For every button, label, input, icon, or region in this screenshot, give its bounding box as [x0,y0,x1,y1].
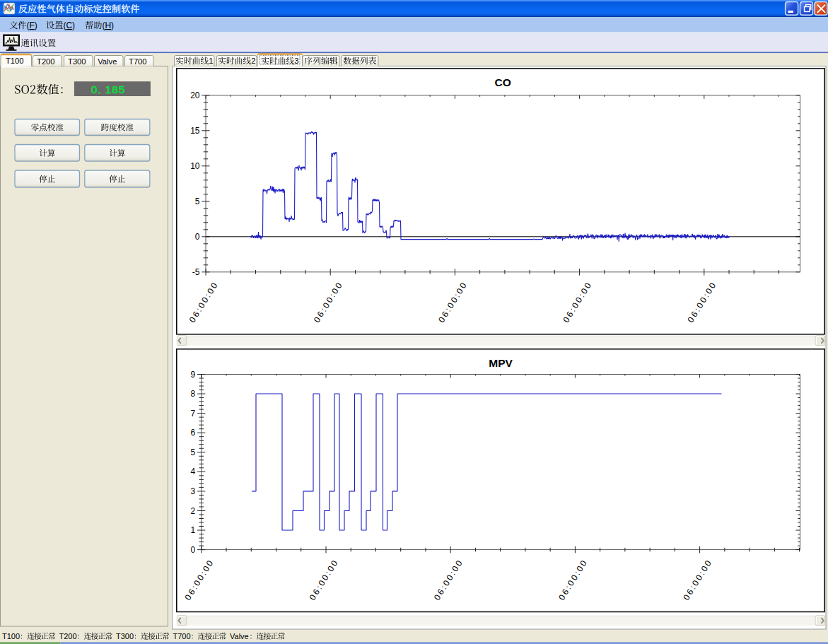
svg-text:6: 6 [191,428,196,438]
svg-text:T700: T700 [129,57,147,66]
svg-text:7: 7 [191,409,196,418]
svg-text:0: 0 [195,232,200,242]
svg-text:Valve: Valve [98,57,117,66]
svg-text:(F): (F) [26,21,37,30]
svg-text:8: 8 [191,389,196,399]
svg-text:(H): (H) [102,21,114,30]
svg-text:2: 2 [191,506,196,516]
svg-text:10: 10 [190,161,200,171]
svg-text:4: 4 [191,467,196,476]
svg-text:T300: T300 [116,632,134,640]
svg-text:Valve: Valve [230,632,249,640]
svg-text:CO: CO [495,76,511,88]
svg-text:T100: T100 [2,632,20,640]
svg-text:T700: T700 [173,632,191,640]
svg-text:2: 2 [251,57,255,65]
svg-text:T100: T100 [6,57,24,65]
svg-text:T200: T200 [59,632,77,640]
svg-text:15: 15 [190,126,200,136]
svg-text:1: 1 [191,525,196,535]
svg-text:3: 3 [191,486,196,496]
svg-text:0: 0 [191,545,196,555]
svg-text:T300: T300 [68,57,86,66]
svg-text:5: 5 [191,447,196,457]
svg-text:MPV: MPV [489,357,513,369]
svg-text:T200: T200 [37,57,55,66]
svg-text:3: 3 [294,57,298,65]
svg-text:5: 5 [195,197,200,206]
svg-text:9: 9 [191,370,196,380]
svg-text:(C): (C) [63,21,75,30]
svg-text:0. 185: 0. 185 [91,83,126,95]
svg-text:-5: -5 [192,267,200,277]
svg-text:20: 20 [190,90,200,100]
svg-text:1: 1 [209,57,213,65]
